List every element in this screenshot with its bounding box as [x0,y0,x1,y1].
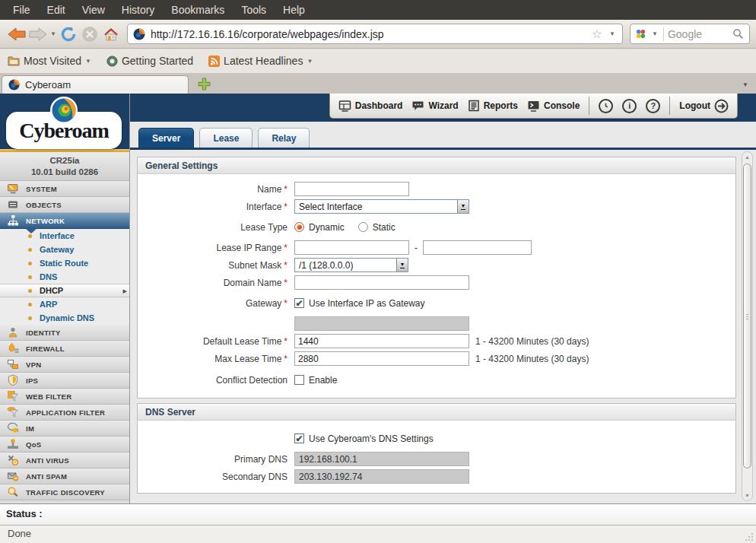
use-cyberoam-dns-checkbox[interactable]: ✔ [294,433,304,443]
bullet-icon [28,262,32,265]
browser-tab-cyberoam[interactable]: Cyberoam [2,75,189,94]
search-icon[interactable] [732,28,744,40]
help-icon[interactable]: ? [646,99,660,113]
lease-range-end-input[interactable] [423,240,532,255]
new-tab-button[interactable] [198,78,211,90]
bullet-icon [28,303,32,306]
uptime-clock-icon[interactable] [599,99,613,113]
lease-type-static-radio[interactable] [358,222,368,232]
menu-bookmarks[interactable]: Bookmarks [163,1,233,19]
submenu-arp[interactable]: ARP [0,297,129,311]
sidebar-item-application-filter[interactable]: APPLICATION FILTER [0,405,129,421]
sidebar-item-ips[interactable]: IPS [0,373,129,389]
sidebar-item-anti-spam[interactable]: ANTI SPAM [0,468,129,484]
sidebar-item-vpn[interactable]: VPN [0,357,129,373]
scroll-up-icon[interactable]: ▲ [743,154,751,160]
back-arrow-icon [8,27,26,42]
select-dropdown-icon[interactable]: ▼ [396,259,408,272]
row-lease-range: Lease IP Range* - [138,240,735,255]
logout-button[interactable]: Logout [679,99,729,113]
sidebar-item-identity[interactable]: IDENTITY [0,325,129,341]
sidebar-item-qos[interactable]: QoS [0,437,129,452]
name-input[interactable] [294,182,409,196]
appliance-build: 10.01 build 0286 [0,167,129,178]
menu-view[interactable]: View [74,1,113,19]
menu-tools[interactable]: Tools [233,1,275,19]
scrollbar-thumb[interactable] [743,164,751,468]
lease-range-start-input[interactable] [294,240,409,255]
address-input[interactable] [151,28,586,40]
topnav-reports[interactable]: Reports [468,100,518,112]
tab-relay[interactable]: Relay [258,128,310,148]
menu-edit[interactable]: Edit [39,1,74,19]
max-lease-input[interactable] [294,351,469,366]
submenu-dhcp[interactable]: DHCP▸ [0,284,129,297]
bookmark-star-icon[interactable]: ☆ [592,28,602,40]
resize-grip-icon[interactable] [745,532,754,541]
topnav-dashboard[interactable]: Dashboard [338,100,403,113]
dashboard-icon [338,100,351,113]
menu-file[interactable]: File [5,1,39,19]
sidebar-item-network[interactable]: NETWORK [0,213,129,229]
search-input[interactable] [668,28,729,40]
submenu-interface[interactable]: Interface [0,229,129,243]
general-settings-box: General Settings Name* Interface* Select… [137,157,736,399]
menu-help[interactable]: Help [275,1,313,19]
reload-button[interactable] [58,23,79,46]
tab-server[interactable]: Server [138,128,194,148]
submenu-dns[interactable]: DNS [0,270,129,284]
info-icon[interactable]: i [622,99,637,113]
row-primary-dns: Primary DNS 192.168.100.1 [138,452,735,466]
reload-icon [60,26,77,43]
sidebar-item-web-filter[interactable]: WEB FILTER [0,389,129,405]
sidebar-item-objects[interactable]: OBJECTS [0,197,129,213]
list-all-tabs-button[interactable]: ▼ [742,81,748,88]
im-icon [7,422,19,434]
submenu-static-route[interactable]: Static Route [0,256,129,270]
sidebar-item-im[interactable]: IM [0,421,129,437]
menu-history[interactable]: History [113,1,164,19]
anti-spam-icon [7,470,19,482]
topnav-console[interactable]: Console [527,100,580,112]
bullet-icon [28,316,32,320]
default-lease-input[interactable] [294,334,469,348]
bookmark-getting-started[interactable]: Getting Started [106,55,193,67]
objects-icon [7,198,19,211]
stop-button[interactable] [79,23,100,46]
search-bar[interactable]: ▼ [630,24,750,44]
sidebar-item-system[interactable]: SYSTEM [0,181,129,197]
home-icon [103,27,119,41]
home-button[interactable] [100,23,122,46]
conflict-detection-checkbox[interactable] [294,375,304,385]
tab-lease[interactable]: Lease [199,128,253,148]
submenu-gateway[interactable]: Gateway [0,243,129,256]
interface-select[interactable]: Select Interface ▼ [294,199,469,214]
submenu-dynamic-dns[interactable]: Dynamic DNS [0,311,129,325]
back-button[interactable] [6,23,27,46]
select-dropdown-icon[interactable]: ▼ [457,200,469,213]
row-secondary-dns: Secondary DNS 203.130.192.74 [138,469,735,484]
sidebar-item-traffic-discovery[interactable]: TRAFFIC DISCOVERY [0,484,129,500]
sidebar-item-anti-virus[interactable]: ANTI VIRUS [0,452,129,468]
back-forward-dropdown[interactable]: ▼ [49,30,58,37]
content-scrollbar[interactable]: ▲ ▼ [742,151,753,501]
bookmark-most-visited[interactable]: Most Visited ▼ [8,55,91,67]
bookmarks-bar: Most Visited ▼ Getting Started Latest He… [0,49,756,74]
form-panels: General Settings Name* Interface* Select… [130,150,756,503]
sidebar-item-firewall[interactable]: FIREWALL [0,341,129,357]
latest-headlines-dropdown[interactable]: ▼ [307,58,313,65]
browser-toolbar: ▼ ☆ ▼ ▼ [0,20,756,49]
search-engine-dropdown[interactable]: ▼ [650,30,659,37]
url-bar[interactable]: ☆ ▼ [127,24,623,44]
row-gateway: Gateway* ✔ Use Interface IP as Gateway [138,296,735,310]
most-visited-dropdown[interactable]: ▼ [85,58,91,65]
use-interface-ip-checkbox[interactable]: ✔ [294,298,304,308]
url-history-dropdown[interactable]: ▼ [608,30,617,37]
lease-type-dynamic-radio[interactable] [294,222,304,232]
bookmark-latest-headlines[interactable]: Latest Headlines ▼ [208,55,313,67]
topnav-wizard[interactable]: Wizard [411,100,458,112]
subnet-mask-select[interactable]: /1 (128.0.0.0) ▼ [294,258,408,272]
domain-name-input[interactable] [294,275,469,290]
forward-button[interactable] [27,23,49,46]
scroll-down-icon[interactable]: ▼ [743,493,751,498]
